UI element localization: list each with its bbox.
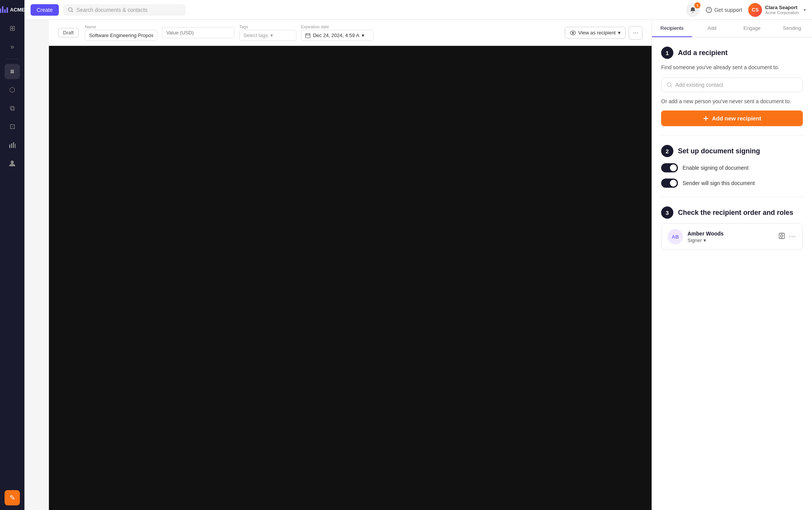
eye-icon xyxy=(570,31,576,35)
main-content: Draft Name Tags Select tags ▾ E xyxy=(49,20,812,510)
step2-header: 2 Set up document signing xyxy=(661,145,803,157)
logo-text: ACME xyxy=(10,7,24,13)
tab-recipients[interactable]: Recipients xyxy=(652,20,692,37)
step1-header: 1 Add a recipient xyxy=(661,47,803,59)
sidebar-icon-box[interactable]: ⬡ xyxy=(5,82,20,97)
tab-bar: Recipients Add Engage Sending xyxy=(652,20,812,37)
tags-field-group: Tags Select tags ▾ xyxy=(239,24,296,41)
expiration-label: Expiration date xyxy=(301,24,374,29)
section-divider-1 xyxy=(661,135,803,136)
svg-rect-0 xyxy=(9,145,10,148)
signing-row-2: Sender will sign this document xyxy=(661,179,803,188)
recipient-role[interactable]: Signer ▾ xyxy=(687,237,774,243)
or-text: Or add a new person you've never sent a … xyxy=(661,98,803,104)
value-input[interactable] xyxy=(162,27,235,38)
document-body xyxy=(49,46,652,510)
recipient-more-button[interactable]: ··· xyxy=(789,233,796,240)
signing-row-1: Enable signing of document xyxy=(661,163,803,172)
sidebar-icon-chart[interactable] xyxy=(5,137,20,153)
name-field-group: Name xyxy=(85,24,157,41)
document-fields: Name Tags Select tags ▾ Expiration date xyxy=(85,24,559,41)
svg-text:?: ? xyxy=(708,8,710,12)
search-box[interactable]: Search documents & contacts xyxy=(63,4,186,16)
step2-number: 2 xyxy=(661,145,673,157)
expiration-chevron-icon: ▾ xyxy=(362,32,364,38)
sidebar-divider-1 xyxy=(6,59,18,59)
section-divider-2 xyxy=(661,197,803,197)
tags-select[interactable]: Select tags ▾ xyxy=(239,30,296,41)
recipient-info: Amber Woods Signer ▾ xyxy=(687,231,774,243)
avatar: CS xyxy=(748,3,762,17)
step3-number: 3 xyxy=(661,206,673,219)
sidebar: ACME ⊞ » ≡ ⬡ ⧉ ⊡ ✎ xyxy=(0,0,24,510)
value-field-group xyxy=(162,27,235,38)
expiration-value: Dec 24, 2024, 4:59 A xyxy=(313,32,359,38)
svg-point-4 xyxy=(11,161,14,164)
document-actions: View as recipient ▾ ··· xyxy=(565,26,642,40)
more-options-button[interactable]: ··· xyxy=(629,26,642,40)
search-contact-placeholder: Add existing contact xyxy=(675,82,723,88)
enable-signing-toggle[interactable] xyxy=(661,163,678,172)
topbar: Create Search documents & contacts 1 ? G… xyxy=(24,0,812,20)
search-placeholder: Search documents & contacts xyxy=(76,7,147,13)
svg-rect-1 xyxy=(11,143,12,148)
step3-header: 3 Check the recipient order and roles xyxy=(661,206,803,219)
recipient-role-label: Signer xyxy=(687,237,702,243)
tab-add[interactable]: Add xyxy=(692,20,732,37)
svg-point-15 xyxy=(667,83,671,86)
search-icon xyxy=(68,7,73,13)
sidebar-icon-layers[interactable]: ⧉ xyxy=(5,101,20,116)
sidebar-icon-chevron[interactable]: » xyxy=(5,39,20,54)
recipient-card: AB Amber Woods Signer ▾ xyxy=(661,223,803,250)
logo-bars xyxy=(0,6,8,13)
view-recipient-button[interactable]: View as recipient ▾ xyxy=(565,27,626,39)
right-panel: Recipients Add Engage Sending 1 Add a re… xyxy=(652,20,812,510)
svg-point-5 xyxy=(68,8,72,11)
user-company: Acme Corporation xyxy=(765,10,799,15)
document-header: Draft Name Tags Select tags ▾ E xyxy=(49,20,652,46)
step1-title: Add a recipient xyxy=(678,49,728,57)
user-info: Clara Seaport Acme Corporation xyxy=(765,5,799,15)
role-chevron-icon: ▾ xyxy=(704,237,706,243)
signature-icon[interactable] xyxy=(778,232,785,241)
name-input[interactable] xyxy=(85,30,157,41)
svg-rect-3 xyxy=(15,144,16,148)
svg-rect-9 xyxy=(306,34,310,38)
sender-sign-toggle[interactable] xyxy=(661,179,678,188)
chevron-down-icon: ▾ xyxy=(804,7,806,13)
calendar-icon xyxy=(305,33,311,38)
sidebar-icon-contacts[interactable] xyxy=(5,156,20,171)
tags-label: Tags xyxy=(239,24,296,29)
search-contact-icon xyxy=(667,82,672,88)
svg-rect-19 xyxy=(779,233,785,239)
recipient-actions: ··· xyxy=(778,232,796,241)
view-recipient-chevron-icon: ▾ xyxy=(618,30,621,36)
panel-content: 1 Add a recipient Find someone you've al… xyxy=(652,37,812,510)
add-recipient-label: Add new recipient xyxy=(712,115,761,122)
view-recipient-label: View as recipient xyxy=(578,30,616,36)
expiration-date-picker[interactable]: Dec 24, 2024, 4:59 A ▾ xyxy=(301,30,374,41)
signing-label-1: Enable signing of document xyxy=(683,165,749,171)
sidebar-icon-grid[interactable]: ⊞ xyxy=(5,21,20,36)
app-logo[interactable]: ACME xyxy=(0,5,26,15)
tab-sending[interactable]: Sending xyxy=(772,20,812,37)
svg-line-6 xyxy=(72,11,73,12)
edit-icon[interactable]: ✎ xyxy=(5,490,20,505)
tags-chevron-icon: ▾ xyxy=(270,32,273,38)
support-button[interactable]: ? Get support xyxy=(706,7,742,13)
tags-placeholder: Select tags xyxy=(243,32,268,38)
notification-badge: 1 xyxy=(694,2,700,8)
create-button[interactable]: Create xyxy=(31,4,59,16)
expiration-field-group: Expiration date Dec 24, 2024, 4:59 A ▾ xyxy=(301,24,374,41)
sidebar-icon-document[interactable]: ≡ xyxy=(5,64,20,79)
sidebar-icon-inbox[interactable]: ⊡ xyxy=(5,119,20,134)
search-contact-input[interactable]: Add existing contact xyxy=(661,78,803,92)
step1-description: Find someone you've already sent a docum… xyxy=(661,63,803,71)
svg-point-14 xyxy=(572,32,574,34)
notification-button[interactable]: 1 xyxy=(686,3,700,17)
svg-line-16 xyxy=(671,86,672,87)
step3-title: Check the recipient order and roles xyxy=(678,209,793,217)
user-menu[interactable]: CS Clara Seaport Acme Corporation ▾ xyxy=(748,3,806,17)
tab-engage[interactable]: Engage xyxy=(732,20,772,37)
add-recipient-button[interactable]: Add new recipient xyxy=(661,110,803,126)
